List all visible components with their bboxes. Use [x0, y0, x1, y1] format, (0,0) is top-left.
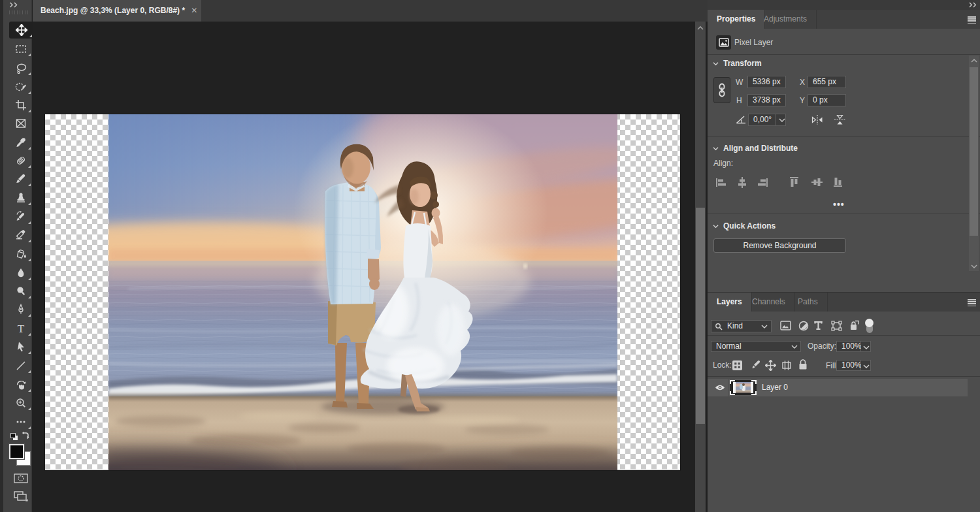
svg-text:T: T	[18, 323, 25, 334]
